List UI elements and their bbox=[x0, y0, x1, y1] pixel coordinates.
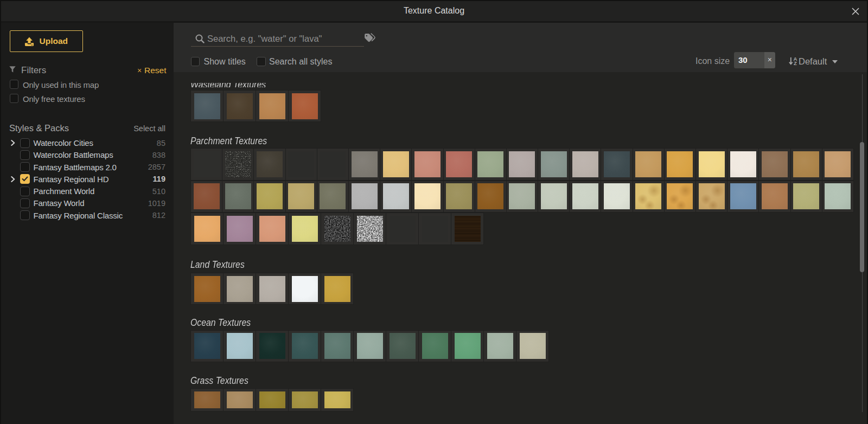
svg-text:Z: Z bbox=[794, 60, 797, 66]
